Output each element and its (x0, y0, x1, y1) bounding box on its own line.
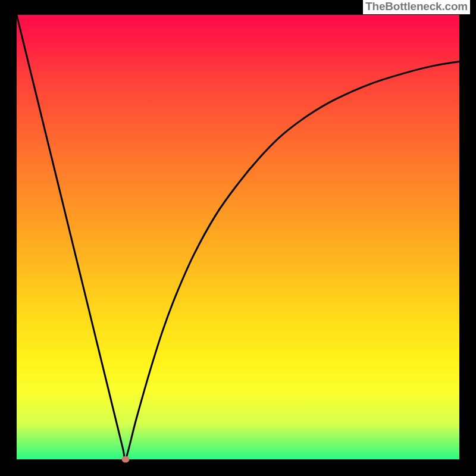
bottleneck-curve (17, 15, 459, 459)
curve-svg (17, 15, 459, 459)
chart-container: TheBottleneck.com (0, 0, 476, 476)
minimum-marker (122, 456, 130, 463)
attribution-label: TheBottleneck.com (363, 0, 470, 14)
plot-area (16, 14, 460, 460)
